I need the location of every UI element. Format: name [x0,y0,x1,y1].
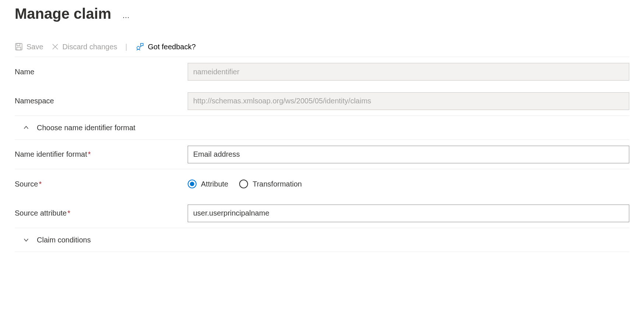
choose-format-label: Choose name identifier format [37,124,135,132]
source-attr-label: Source attribute* [15,209,188,217]
required-marker: * [39,180,42,188]
save-icon [15,43,23,51]
radio-attribute[interactable]: Attribute [188,180,228,188]
name-label: Name [15,68,188,76]
source-label: Source* [15,180,188,188]
toolbar: Save Discard changes | Got feedback? [15,42,629,57]
discard-button[interactable]: Discard changes [52,43,117,51]
name-input [188,63,629,81]
feedback-icon [135,42,144,51]
svg-rect-1 [17,43,20,46]
source-attr-select[interactable]: user.userprincipalname [188,205,629,222]
required-marker: * [88,150,91,158]
feedback-label: Got feedback? [148,43,196,51]
chevron-down-icon [23,237,29,243]
format-value: Email address [193,150,240,159]
format-select[interactable]: Email address [188,146,629,163]
row-name: Name [15,57,629,86]
source-radio-group: Attribute Transformation [188,180,302,188]
namespace-label: Namespace [15,97,188,105]
radio-transformation[interactable]: Transformation [239,180,302,188]
claim-conditions-label: Claim conditions [37,236,91,244]
save-label: Save [26,43,43,51]
svg-rect-2 [17,47,21,50]
chevron-up-icon [23,124,29,131]
source-attr-value: user.userprincipalname [193,209,269,217]
radio-attribute-label: Attribute [201,180,228,188]
page-title: Manage claim [15,6,111,22]
required-marker: * [67,209,70,217]
toolbar-separator: | [125,43,127,51]
save-button[interactable]: Save [15,43,43,51]
row-format: Name identifier format* Email address [15,140,629,169]
format-label: Name identifier format* [15,150,188,159]
row-namespace: Namespace [15,86,629,116]
row-source-attribute: Source attribute* user.userprincipalname [15,199,629,228]
section-claim-conditions[interactable]: Claim conditions [15,228,629,252]
row-source: Source* Attribute Transformation [15,169,629,199]
radio-transformation-label: Transformation [252,180,302,188]
discard-label: Discard changes [63,43,117,51]
feedback-button[interactable]: Got feedback? [135,42,196,51]
section-choose-format[interactable]: Choose name identifier format [15,116,629,140]
close-icon [52,43,59,50]
namespace-input [188,92,629,110]
more-icon[interactable]: … [122,11,130,20]
svg-point-5 [137,46,140,49]
